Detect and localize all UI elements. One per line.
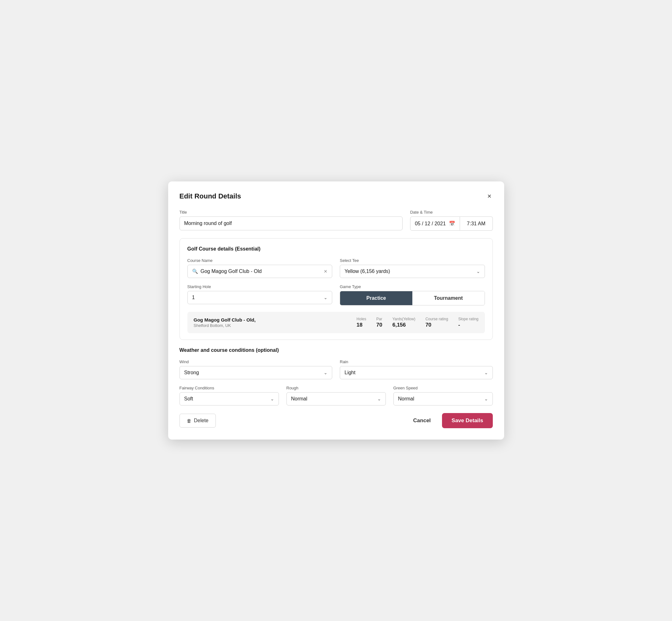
- green-speed-dropdown[interactable]: Normal ⌄: [393, 392, 493, 406]
- starting-hole-value: 1: [192, 295, 324, 300]
- trash-icon: 🗑: [187, 418, 192, 423]
- modal-header: Edit Round Details ×: [179, 192, 493, 201]
- yards-label: Yards(Yellow): [392, 317, 416, 321]
- green-speed-group: Green Speed Normal ⌄: [393, 385, 493, 406]
- holes-label: Holes: [356, 317, 366, 321]
- green-speed-label: Green Speed: [393, 385, 493, 390]
- starting-hole-dropdown[interactable]: 1 ⌄: [187, 291, 333, 304]
- search-icon: 🔍: [192, 268, 198, 274]
- footer-actions: 🗑 Delete Cancel Save Details: [179, 413, 493, 428]
- rough-dropdown[interactable]: Normal ⌄: [287, 392, 386, 406]
- rough-group: Rough Normal ⌄: [287, 385, 386, 406]
- slope-rating-label: Slope rating: [458, 317, 478, 321]
- fairway-label: Fairway Conditions: [179, 385, 279, 390]
- rain-chevron-icon: ⌄: [484, 370, 488, 375]
- course-name-info: Gog Magog Golf Club - Old, Shelford Bott…: [194, 317, 349, 328]
- rain-group: Rain Light ⌄: [340, 360, 493, 379]
- edit-round-modal: Edit Round Details × Title Date & Time 0…: [168, 181, 504, 440]
- top-row: Title Date & Time 05 / 12 / 2021 📅 7:31 …: [179, 210, 493, 231]
- yards-stat: Yards(Yellow) 6,156: [392, 317, 416, 328]
- select-tee-label: Select Tee: [340, 258, 485, 263]
- starting-hole-game-type-row: Starting Hole 1 ⌄ Game Type Practice Tou…: [187, 284, 485, 305]
- fairway-chevron-icon: ⌄: [270, 396, 274, 401]
- golf-course-title: Golf Course details (Essential): [187, 246, 485, 252]
- starting-hole-chevron-icon: ⌄: [324, 295, 328, 300]
- game-type-toggle: Practice Tournament: [340, 291, 485, 305]
- holes-value: 18: [356, 322, 363, 328]
- course-name-input-wrap[interactable]: 🔍 Gog Magog Golf Club - Old ✕: [187, 265, 333, 278]
- rain-label: Rain: [340, 360, 493, 364]
- par-value: 70: [376, 322, 382, 328]
- rain-dropdown[interactable]: Light ⌄: [340, 366, 493, 379]
- par-label: Par: [376, 317, 382, 321]
- datetime-inputs: 05 / 12 / 2021 📅 7:31 AM: [410, 216, 493, 231]
- course-rating-stat: Course rating 70: [425, 317, 448, 328]
- yards-value: 6,156: [392, 322, 406, 328]
- delete-button[interactable]: 🗑 Delete: [179, 414, 216, 427]
- wind-chevron-icon: ⌄: [324, 370, 328, 375]
- course-location: Shelford Bottom, UK: [194, 323, 349, 328]
- practice-button[interactable]: Practice: [340, 291, 412, 305]
- title-field-group: Title: [179, 210, 403, 231]
- close-button[interactable]: ×: [486, 192, 493, 201]
- par-stat: Par 70: [376, 317, 382, 328]
- datetime-field-group: Date & Time 05 / 12 / 2021 📅 7:31 AM: [410, 210, 493, 231]
- modal-title: Edit Round Details: [179, 192, 241, 200]
- title-input[interactable]: [179, 216, 403, 230]
- course-info-box: Gog Magog Golf Club - Old, Shelford Bott…: [187, 312, 485, 333]
- wind-value: Strong: [184, 370, 324, 375]
- weather-title: Weather and course conditions (optional): [179, 347, 493, 353]
- course-name-label: Course Name: [187, 258, 333, 263]
- clear-icon[interactable]: ✕: [324, 269, 328, 274]
- course-name-bold: Gog Magog Golf Club - Old,: [194, 317, 349, 323]
- golf-course-section: Golf Course details (Essential) Course N…: [179, 238, 493, 340]
- rough-label: Rough: [287, 385, 386, 390]
- wind-group: Wind Strong ⌄: [179, 360, 333, 379]
- save-details-button[interactable]: Save Details: [442, 413, 493, 428]
- wind-label: Wind: [179, 360, 333, 364]
- slope-rating-stat: Slope rating -: [458, 317, 478, 328]
- holes-stat: Holes 18: [356, 317, 366, 328]
- course-name-group: Course Name 🔍 Gog Magog Golf Club - Old …: [187, 258, 333, 278]
- wind-rain-row: Wind Strong ⌄ Rain Light ⌄: [179, 360, 493, 379]
- chevron-down-icon: ⌄: [476, 269, 480, 274]
- time-input-wrap[interactable]: 7:31 AM: [460, 216, 493, 231]
- wind-dropdown[interactable]: Strong ⌄: [179, 366, 333, 379]
- game-type-group: Game Type Practice Tournament: [340, 284, 485, 305]
- fairway-rough-green-row: Fairway Conditions Soft ⌄ Rough Normal ⌄…: [179, 385, 493, 406]
- cancel-button[interactable]: Cancel: [411, 414, 433, 427]
- tournament-button[interactable]: Tournament: [412, 291, 485, 305]
- fairway-dropdown[interactable]: Soft ⌄: [179, 392, 279, 406]
- date-text: 05 / 12 / 2021: [415, 221, 446, 226]
- course-rating-value: 70: [425, 322, 431, 328]
- delete-label: Delete: [194, 418, 209, 423]
- calendar-icon: 📅: [449, 220, 455, 226]
- date-input-wrap[interactable]: 05 / 12 / 2021 📅: [410, 216, 460, 231]
- weather-section: Weather and course conditions (optional)…: [179, 347, 493, 406]
- rough-chevron-icon: ⌄: [377, 396, 381, 401]
- select-tee-value: Yellow (6,156 yards): [344, 268, 476, 274]
- select-tee-group: Select Tee Yellow (6,156 yards) ⌄: [340, 258, 485, 278]
- fairway-value: Soft: [184, 396, 270, 402]
- rough-value: Normal: [291, 396, 377, 402]
- slope-rating-value: -: [458, 322, 460, 328]
- select-tee-dropdown[interactable]: Yellow (6,156 yards) ⌄: [340, 265, 485, 278]
- course-name-tee-row: Course Name 🔍 Gog Magog Golf Club - Old …: [187, 258, 485, 278]
- starting-hole-label: Starting Hole: [187, 284, 333, 289]
- course-name-value: Gog Magog Golf Club - Old: [201, 268, 322, 274]
- title-label: Title: [179, 210, 403, 215]
- course-stats: Holes 18 Par 70 Yards(Yellow) 6,156 Cour…: [356, 317, 478, 328]
- fairway-group: Fairway Conditions Soft ⌄: [179, 385, 279, 406]
- green-speed-chevron-icon: ⌄: [484, 396, 488, 401]
- time-text: 7:31 AM: [467, 221, 486, 226]
- datetime-label: Date & Time: [410, 210, 493, 215]
- right-actions: Cancel Save Details: [411, 413, 493, 428]
- course-rating-label: Course rating: [425, 317, 448, 321]
- starting-hole-group: Starting Hole 1 ⌄: [187, 284, 333, 305]
- game-type-label: Game Type: [340, 284, 485, 289]
- rain-value: Light: [344, 370, 484, 375]
- green-speed-value: Normal: [398, 396, 484, 402]
